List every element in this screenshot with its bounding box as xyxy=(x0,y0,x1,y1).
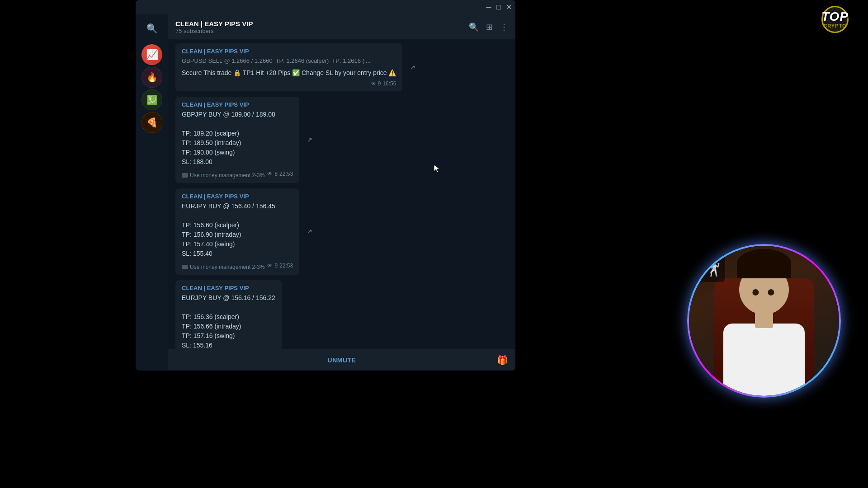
message-4: CLEAN | EASY PIPS VIP EURJPY BUY @ 156.1… xyxy=(175,280,282,349)
message-1: CLEAN | EASY PIPS VIP GBPUSD SELL @ 1.26… xyxy=(175,43,402,91)
money-mgmt-icon-3 xyxy=(182,265,188,269)
logo-text-line2: CRYPTO xyxy=(823,23,846,28)
message-4-sender: CLEAN | EASY PIPS VIP xyxy=(182,285,275,291)
main-layout: 🔍 📈 🔥 💹 xyxy=(136,14,515,371)
nav-avatar-3[interactable]: 💹 xyxy=(142,89,162,110)
message-1-pair: GBPUSD SELL @ 1.2666 / 1.2660 TP: 1.2646… xyxy=(182,56,396,66)
top-logo: TOP CRYPTO xyxy=(806,4,864,35)
eye-icon: 👁 xyxy=(371,80,376,87)
message-3-tp2: TP: 156.90 (intraday) xyxy=(182,230,293,239)
message-2-time: 22:53 xyxy=(279,171,293,177)
eye-icon-3: 👁 xyxy=(267,263,273,269)
message-2-money-mgmt: Use money management 2-3% xyxy=(182,172,264,178)
message-2-spacer xyxy=(182,119,293,129)
logo-circle: TOP CRYPTO xyxy=(821,6,849,33)
unmute-bar: UNMUTE 🎁 xyxy=(168,349,515,371)
unmute-button[interactable]: UNMUTE xyxy=(286,357,397,364)
message-2-pair: GBPJPY BUY @ 189.00 / 189.08 xyxy=(182,110,293,119)
minimize-button[interactable]: ─ xyxy=(486,4,492,10)
message-4-tp3: TP: 157.16 (swing) xyxy=(182,331,275,341)
message-4-container: CLEAN | EASY PIPS VIP EURJPY BUY @ 156.1… xyxy=(175,280,282,349)
message-4-sl: SL: 155.16 xyxy=(182,341,275,349)
message-2: CLEAN | EASY PIPS VIP GBPJPY BUY @ 189.0… xyxy=(175,97,299,183)
message-2-tp2: TP: 189.50 (intraday) xyxy=(182,138,293,148)
message-1-container: CLEAN | EASY PIPS VIP GBPUSD SELL @ 1.26… xyxy=(175,43,402,91)
webcam-inner: 🎙 🤺 xyxy=(689,246,839,396)
message-3-container: CLEAN | EASY PIPS VIP EURJPY BUY @ 156.4… xyxy=(175,188,299,275)
nav-avatar-2[interactable]: 🔥 xyxy=(142,67,162,88)
message-wrapper-2: CLEAN | EASY PIPS VIP GBPJPY BUY @ 189.0… xyxy=(175,97,508,183)
message-3-sl: SL: 155.40 xyxy=(182,249,293,258)
message-4-tp2: TP: 156.66 (intraday) xyxy=(182,322,275,331)
message-2-tp1: TP: 189.20 (scalper) xyxy=(182,129,293,138)
message-3-time: 22:53 xyxy=(279,263,293,269)
money-mgmt-icon xyxy=(182,173,188,178)
chat-panel: CLEAN | EASY PIPS VIP 75 subscribers 🔍 ⊞… xyxy=(168,14,515,371)
message-1-note: Secure This trade 🔒 TP1 Hit +20 Pips ✅ C… xyxy=(182,68,396,78)
message-2-views: 8 xyxy=(274,171,278,177)
more-options-icon[interactable]: ⋮ xyxy=(500,22,508,32)
message-2-meta: 👁 8 22:53 xyxy=(267,171,293,177)
message-3-money-mgmt: Use money management 2-3% xyxy=(182,264,264,270)
message-1-sender: CLEAN | EASY PIPS VIP xyxy=(182,48,396,55)
forward-button-2[interactable]: ↗ xyxy=(303,133,316,146)
svg-text:💹: 💹 xyxy=(146,94,158,105)
forward-button-1[interactable]: ↗ xyxy=(406,61,420,74)
chat-header: CLEAN | EASY PIPS VIP 75 subscribers 🔍 ⊞… xyxy=(168,14,515,40)
chat-subtitle: 75 subscribers xyxy=(175,28,469,34)
message-3-tp3: TP: 157.40 (swing) xyxy=(182,239,293,249)
message-3: CLEAN | EASY PIPS VIP EURJPY BUY @ 156.4… xyxy=(175,188,299,275)
message-3-pair: EURJPY BUY @ 156.40 / 156.45 xyxy=(182,202,293,211)
message-3-views: 9 xyxy=(274,263,278,269)
gift-icon[interactable]: 🎁 xyxy=(497,355,508,366)
message-1-time: 16:56 xyxy=(382,80,396,87)
svg-text:🔥: 🔥 xyxy=(146,72,158,83)
telegram-app-window: ─ □ ✕ 🔍 📈 🔥 xyxy=(136,0,515,371)
message-1-views: 9 xyxy=(378,80,381,87)
close-button[interactable]: ✕ xyxy=(505,4,512,10)
message-3-spacer xyxy=(182,211,293,221)
webcam-overlay: 🎙 🤺 xyxy=(687,244,841,398)
message-wrapper-1: CLEAN | EASY PIPS VIP GBPUSD SELL @ 1.26… xyxy=(175,43,508,91)
maximize-button[interactable]: □ xyxy=(495,4,502,10)
message-wrapper-3: CLEAN | EASY PIPS VIP EURJPY BUY @ 156.4… xyxy=(175,188,508,275)
window-controls: ─ □ ✕ xyxy=(486,4,512,10)
title-bar: ─ □ ✕ xyxy=(136,0,515,14)
chat-header-actions: 🔍 ⊞ ⋮ xyxy=(469,22,508,32)
message-2-footer: Use money management 2-3% 👁 8 22:53 xyxy=(182,169,293,178)
message-2-tp3: TP: 190.00 (swing) xyxy=(182,148,293,157)
message-3-footer: Use money management 2-3% 👁 9 22:53 xyxy=(182,261,293,270)
message-1-footer: 👁 9 16:56 xyxy=(182,80,396,87)
left-nav: 🔍 📈 🔥 💹 xyxy=(136,14,168,371)
layout-icon[interactable]: ⊞ xyxy=(486,22,493,32)
chat-header-info: CLEAN | EASY PIPS VIP 75 subscribers xyxy=(175,20,469,34)
message-2-sender: CLEAN | EASY PIPS VIP xyxy=(182,101,293,108)
message-4-pair: EURJPY BUY @ 156.16 / 156.22 xyxy=(182,293,275,303)
forward-button-3[interactable]: ↗ xyxy=(303,225,316,238)
message-wrapper-4: CLEAN | EASY PIPS VIP EURJPY BUY @ 156.1… xyxy=(175,280,508,349)
logo-text-line1: TOP xyxy=(821,10,849,23)
message-1-meta: 👁 9 16:56 xyxy=(371,80,396,87)
eye-icon-2: 👁 xyxy=(267,171,273,177)
svg-text:📈: 📈 xyxy=(146,48,159,61)
messages-area[interactable]: CLEAN | EASY PIPS VIP GBPUSD SELL @ 1.26… xyxy=(168,40,515,349)
chat-title: CLEAN | EASY PIPS VIP xyxy=(175,20,469,28)
message-3-meta: 👁 9 22:53 xyxy=(267,263,293,269)
message-3-tp1: TP: 156.60 (scalper) xyxy=(182,221,293,230)
nav-avatar-1[interactable]: 📈 xyxy=(142,44,162,65)
svg-text:🍕: 🍕 xyxy=(146,117,158,128)
message-2-container: CLEAN | EASY PIPS VIP GBPJPY BUY @ 189.0… xyxy=(175,97,299,183)
nav-search-button[interactable]: 🔍 xyxy=(142,18,162,39)
mic-icon: 🎙 xyxy=(815,374,826,387)
nav-avatar-4[interactable]: 🍕 xyxy=(142,112,162,133)
message-2-sl: SL: 188.00 xyxy=(182,157,293,167)
message-3-money-mgmt-text: Use money management 2-3% xyxy=(190,264,264,270)
search-icon[interactable]: 🔍 xyxy=(469,22,479,32)
message-4-tp1: TP: 156.36 (scalper) xyxy=(182,312,275,322)
message-2-money-mgmt-text: Use money management 2-3% xyxy=(190,172,264,178)
message-4-spacer xyxy=(182,303,275,312)
message-3-sender: CLEAN | EASY PIPS VIP xyxy=(182,193,293,200)
